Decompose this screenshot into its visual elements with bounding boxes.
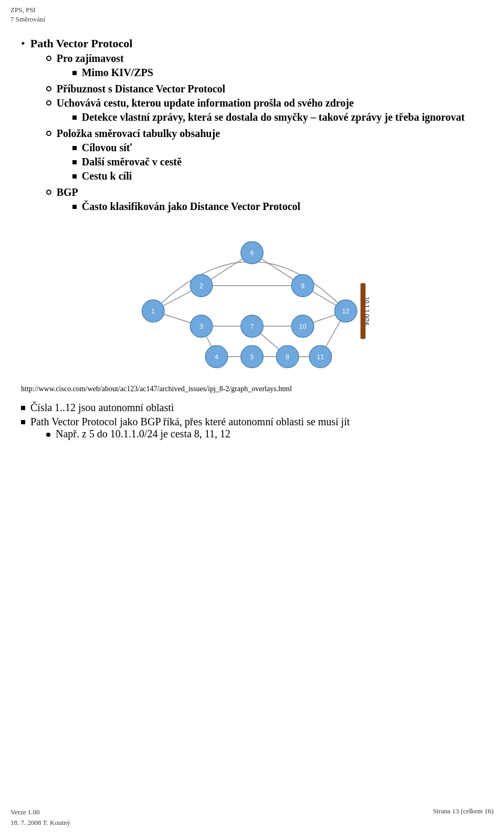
bottom-bullet-2-label: Path Vector Protocol jako BGP říká, přes… [30, 416, 350, 427]
sub-sub-bullet-6: Často klasifikován jako Distance Vector … [72, 201, 300, 213]
sub-sub-bullet-4: Další směrovač v cestě [72, 156, 220, 168]
svg-text:4: 4 [215, 353, 218, 361]
sq-icon-1 [72, 71, 77, 75]
svg-text:3: 3 [200, 323, 203, 330]
bottom-bullet-1-label: Čísla 1..12 jsou autonomní oblasti [30, 402, 174, 414]
svg-text:11: 11 [317, 353, 324, 361]
sub-sub-bullet-3: Cílovou síť [72, 142, 220, 154]
sub-list-1: Pro zajímavost Mimo KIV/ZPS Příbuznost s… [46, 53, 465, 215]
circle-icon-4 [46, 131, 51, 136]
sub-sub-bullet-6-label: Často klasifikován jako Distance Vector … [82, 201, 300, 213]
sq-icon-b2 [21, 420, 25, 424]
url-text: http://www.cisco.com/web/about/ac123/ac1… [21, 385, 483, 393]
svg-text:7: 7 [250, 323, 254, 330]
footer-date: 18. 7. 2008 T. Koutný [10, 818, 70, 828]
footer-page: Strana 13 (celkem 16) [433, 807, 494, 827]
bottom-bullets: Čísla 1..12 jsou autonomní oblasti Path … [21, 402, 483, 442]
sub-sub-bullet-1: Mimo KIV/ZPS [72, 67, 153, 79]
sq-icon-2 [72, 116, 77, 120]
sub-sub-bullet-2: Detekce vlastní zprávy, která se dostala… [72, 111, 465, 123]
sub-bullet-4: Položka směrovací tabulky obsahuje Cílov… [46, 128, 465, 184]
sub-sub-list-2: Detekce vlastní zprávy, která se dostala… [72, 111, 465, 123]
sub-sub-list-1: Mimo KIV/ZPS [72, 67, 153, 79]
svg-text:12: 12 [342, 308, 350, 315]
circle-icon-5 [46, 190, 51, 195]
footer-left: Verze 1.00 18. 7. 2008 T. Koutný [10, 807, 70, 827]
network-svg: 1 2 3 4 5 6 7 8 9 10 [121, 227, 383, 374]
svg-text:8: 8 [286, 353, 289, 361]
sq-icon-6 [72, 205, 77, 209]
header: ZPS, PSI 7 Směrování [10, 5, 45, 24]
header-line2: 7 Směrování [10, 15, 45, 24]
sq-icon-3 [72, 146, 77, 150]
bottom-sub-bullet-1-label: Např. z 5 do 10.1.1.0/24 je cesta 8, 11,… [56, 428, 230, 440]
footer: Verze 1.00 18. 7. 2008 T. Koutný Strana … [10, 807, 494, 827]
svg-text:9: 9 [301, 282, 304, 290]
sub-sub-bullet-5-label: Cestu k cíli [82, 170, 132, 182]
circle-icon-1 [46, 56, 51, 61]
sq-icon-4 [72, 160, 77, 164]
svg-text:5: 5 [250, 353, 254, 361]
sub-bullet-5: BGP Často klasifikován jako Distance Vec… [46, 186, 465, 215]
sub-bullet-2: Příbuznost s Distance Vector Protocol [46, 83, 465, 95]
nodes: 1 2 3 4 5 6 7 8 9 10 [142, 242, 356, 368]
edges [153, 253, 346, 357]
sub-sub-bullet-3-label: Cílovou síť [82, 142, 132, 154]
sub-sub-bullet-4-label: Další směrovač v cestě [82, 156, 182, 168]
sub-bullet-3-label: Uchovává cestu, kterou update informatio… [57, 97, 354, 109]
circle-icon-3 [46, 100, 51, 106]
svg-text:6: 6 [250, 249, 254, 257]
bottom-sub-bullet-1: Např. z 5 do 10.1.1.0/24 je cesta 8, 11,… [46, 428, 350, 440]
sub-bullet-1-label: Pro zajímavost [57, 53, 124, 64]
dot-icon [46, 433, 50, 437]
sub-bullet-4-label: Položka směrovací tabulky obsahuje [57, 128, 220, 139]
sub-sub-list-3: Cílovou síť Další směrovač v cestě Cestu… [72, 142, 220, 182]
main-content: • Path Vector Protocol Pro zajímavost Mi… [21, 32, 483, 442]
sq-icon-b1 [21, 406, 25, 410]
footer-version: Verze 1.00 [10, 807, 70, 818]
svg-text:2: 2 [200, 282, 203, 290]
main-bullet-1: • Path Vector Protocol Pro zajímavost Mi… [21, 37, 483, 217]
bottom-sub-list: Např. z 5 do 10.1.1.0/24 je cesta 8, 11,… [46, 428, 350, 440]
bottom-bullet-2: Path Vector Protocol jako BGP říká, přes… [21, 416, 483, 442]
main-bullet-1-label: Path Vector Protocol [30, 37, 133, 50]
sub-sub-bullet-2-label: Detekce vlastní zprávy, která se dostala… [82, 111, 465, 123]
sq-icon-5 [72, 174, 77, 179]
svg-text:10: 10 [299, 323, 307, 330]
sub-bullet-1: Pro zajímavost Mimo KIV/ZPS [46, 53, 465, 81]
bottom-bullet-1: Čísla 1..12 jsou autonomní oblasti [21, 402, 483, 414]
sub-sub-list-4: Často klasifikován jako Distance Vector … [72, 201, 300, 213]
bullet-disc-icon: • [21, 37, 25, 50]
sub-bullet-3: Uchovává cestu, kterou update informatio… [46, 97, 465, 125]
sub-bullet-5-label: BGP [57, 186, 78, 198]
circle-icon-2 [46, 86, 51, 91]
svg-text:1: 1 [151, 308, 155, 315]
header-line1: ZPS, PSI [10, 5, 45, 15]
network-bar [361, 283, 366, 339]
sub-bullet-2-label: Příbuznost s Distance Vector Protocol [57, 83, 225, 95]
sub-sub-bullet-5: Cestu k cíli [72, 170, 220, 182]
sub-sub-bullet-1-label: Mimo KIV/ZPS [82, 67, 153, 79]
network-diagram: 1 2 3 4 5 6 7 8 9 10 [121, 227, 383, 374]
